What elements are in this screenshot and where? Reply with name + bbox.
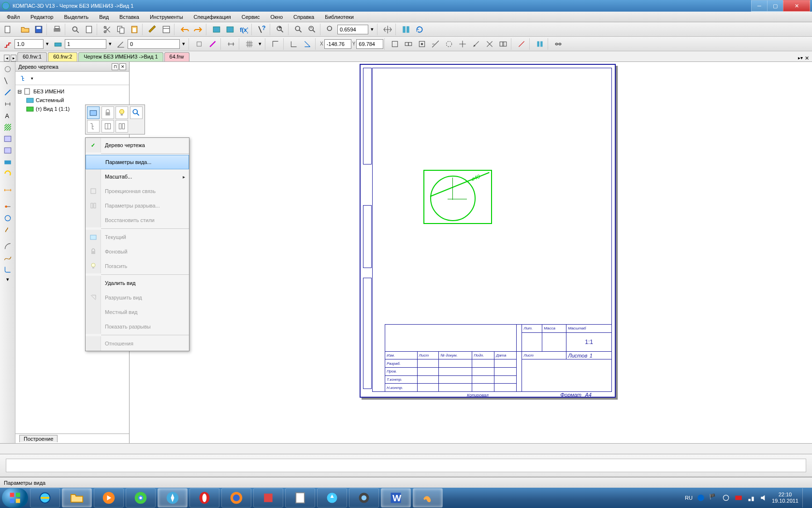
tab-prev[interactable]: ◂ [4,55,10,61]
menu-tools[interactable]: Инструменты [145,13,188,21]
edit12-button[interactable] [552,38,565,50]
ortho2-button[interactable] [288,38,300,50]
drawing-canvas[interactable]: ⌀40 Лит.МассаМасштаб 1:1 Изм.Лист№ докум… [130,62,812,443]
preview-button[interactable] [69,23,82,36]
zoom-dropdown[interactable]: ▾ [369,23,376,36]
doc-tab-2[interactable]: 60.frw:2 [48,52,77,61]
layer-dropdown[interactable]: ▾ [107,38,114,50]
cm-break-params[interactable]: Параметры разрыва... [86,198,189,213]
edit10-button[interactable] [515,38,528,50]
palette-columns-icon[interactable] [116,120,128,133]
lt-param1-icon[interactable] [1,201,14,212]
properties-button[interactable] [160,23,173,36]
lt-text-icon[interactable]: A [1,110,14,121]
cm-destroy-view[interactable]: Разрушить вид [86,290,189,305]
tree-expand-icon[interactable]: ⊟ [17,89,22,95]
doc-tab-4[interactable]: 64.frw [164,52,189,61]
lt-line-icon[interactable] [1,87,14,98]
print-button[interactable] [51,23,63,36]
cm-relations[interactable]: Отношения [86,336,189,351]
edit7-button[interactable] [470,38,482,50]
cm-view-params[interactable]: Параметры вида... [86,155,189,169]
palette-normal-icon[interactable] [87,106,100,119]
task-opera[interactable] [189,488,219,508]
menu-libs[interactable]: Библиотеки [320,13,359,21]
edit1-button[interactable] [389,38,401,50]
menu-service[interactable]: Сервис [237,13,265,21]
show-desktop-button[interactable] [802,488,807,508]
lt-fillet-icon[interactable] [1,264,14,275]
edit4-button[interactable] [429,38,442,50]
task-firefox[interactable] [221,488,251,508]
step-icon[interactable] [1,38,14,50]
tree-mode-dropdown[interactable]: ▾ [31,76,33,81]
lt-refresh-icon[interactable] [1,168,14,179]
tray-ati-icon[interactable] [734,493,743,502]
cm-restore-styles[interactable]: Восстановить стили [86,213,189,227]
brush-button[interactable] [146,23,159,36]
tray-flag-icon[interactable]: 🏴 [709,493,718,502]
lt-table2-icon[interactable] [1,145,14,156]
tree-node-system[interactable]: Системный [17,96,127,105]
edit6-button[interactable] [456,38,469,50]
menu-window[interactable]: Окно [265,13,288,21]
tree-mode-button[interactable] [18,72,30,85]
step-input[interactable] [14,39,44,49]
tab-close-icon[interactable]: ✕ [805,55,809,61]
help-button[interactable]: ? [256,23,268,36]
lt-more-icon[interactable]: ▾ [4,276,11,283]
lt-table1-icon[interactable] [1,134,14,144]
edit11-button[interactable] [534,38,546,50]
cm-hide[interactable]: Погасить [86,259,189,273]
drawing-view-box[interactable]: ⌀40 [423,170,492,224]
angle-input[interactable] [128,39,180,49]
lt-geom-icon[interactable] [1,64,14,75]
minimize-button[interactable]: ─ [751,0,768,12]
tray-volume-icon[interactable] [759,493,768,502]
lang-indicator[interactable]: RU [685,495,693,501]
task-media[interactable] [94,488,124,508]
page-button[interactable] [83,23,95,36]
cm-current[interactable]: Текущий [86,230,189,244]
title-block[interactable]: Лит.МассаМасштаб 1:1 Изм.Лист№ докум.Под… [385,324,612,392]
edit9-button[interactable] [497,38,509,50]
vars-button[interactable] [224,23,236,36]
undo-button[interactable] [178,23,191,36]
palette-bulb-icon[interactable] [116,106,128,119]
ortho3-button[interactable] [301,38,314,50]
lt-hatch-icon[interactable] [1,122,14,133]
tree-footer-tab[interactable]: Построение [19,435,58,442]
cm-projection[interactable]: Проекционная связь [86,184,189,198]
fx-button[interactable]: f(x) [237,23,250,36]
tree-root[interactable]: ⊟ БЕЗ ИМЕНИ [17,87,127,96]
lt-param2-icon[interactable] [1,213,14,224]
edit3-button[interactable] [416,38,428,50]
lt-dim-icon[interactable] [1,99,14,109]
menu-edit[interactable]: Редактор [26,13,58,21]
lib-button[interactable] [210,23,223,36]
save-button[interactable] [32,23,45,36]
lt-point-icon[interactable] [1,75,14,86]
tray-software-icon[interactable] [696,493,705,502]
palette-grid-icon[interactable] [102,120,114,133]
task-paint[interactable] [413,488,443,508]
zoom-out-button[interactable]: - [306,23,319,36]
grid-button[interactable] [243,38,256,50]
palette-zoom-icon[interactable] [130,106,143,119]
task-ie[interactable] [30,488,60,508]
tray-network-icon[interactable] [747,493,755,502]
menu-insert[interactable]: Вставка [115,13,144,21]
layer-icon[interactable] [52,38,64,50]
cm-delete-view[interactable]: Удалить вид [86,276,189,290]
doc-tab-3[interactable]: Чертеж БЕЗ ИМЕНИ3 ->Вид 1 [78,52,163,61]
cut-button[interactable] [101,23,114,36]
task-chrome[interactable] [126,488,156,508]
lt-layer-icon[interactable] [1,157,14,167]
lt-spline-icon[interactable] [1,253,14,263]
cm-scale[interactable]: Масштаб... [86,169,189,184]
menu-help[interactable]: Справка [289,13,319,21]
dimension-button[interactable] [225,38,237,50]
doc-tab-1[interactable]: 60.frw:1 [17,52,47,61]
paste-button[interactable] [128,23,141,36]
tab-menu-icon[interactable]: ▸▾ [798,55,803,61]
